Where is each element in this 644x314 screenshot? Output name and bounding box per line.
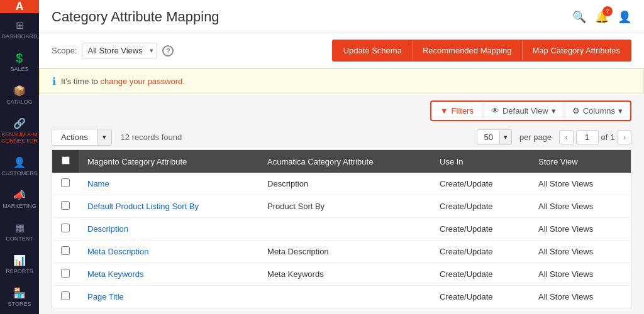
magento-attr-cell: Page Title: [79, 286, 258, 308]
scope-select[interactable]: All Store Views: [82, 43, 157, 58]
records-count: 12 records found: [121, 133, 182, 142]
page-nav: ‹ 1 of 1 ›: [559, 130, 631, 144]
row-checkbox-cell: [52, 218, 79, 241]
row-checkbox[interactable]: [61, 178, 70, 187]
next-page-button[interactable]: ›: [618, 130, 631, 144]
table-controls: Actions ▾ 12 records found 50 ▾ per page…: [39, 125, 644, 149]
magento-attr-link[interactable]: Description: [87, 224, 128, 234]
sidebar-item-content[interactable]: ▦ CONTENT: [0, 215, 39, 248]
marketing-icon: 📣: [13, 189, 26, 201]
search-icon[interactable]: 🔍: [572, 10, 586, 24]
acumatica-attr-cell: [258, 218, 431, 241]
th-use-in: Use In: [431, 150, 530, 173]
table-row: Name Description Create/Update All Store…: [52, 173, 631, 195]
row-checkbox[interactable]: [61, 269, 70, 278]
row-checkbox-cell: [52, 263, 79, 286]
store-view-cell: All Store Views: [530, 263, 631, 286]
sidebar-item-sales[interactable]: 💲 SALES: [0, 46, 39, 78]
recommended-mapping-button[interactable]: Recommended Mapping: [413, 41, 523, 60]
row-checkbox-cell: [52, 241, 79, 263]
actions-arrow[interactable]: ▾: [97, 129, 111, 145]
update-schema-button[interactable]: Update Schema: [333, 41, 413, 60]
row-checkbox-cell: [52, 173, 79, 195]
sidebar-item-stores[interactable]: 🏪 STORES: [0, 281, 39, 313]
current-page: 1: [576, 130, 599, 144]
row-checkbox[interactable]: [61, 224, 70, 232]
filters-button[interactable]: ▼ Filters: [433, 103, 481, 119]
help-icon[interactable]: ?: [162, 45, 174, 57]
default-view-button[interactable]: 👁 Default View ▾: [485, 103, 562, 119]
user-icon[interactable]: 👤: [618, 10, 631, 24]
actions-area: Actions ▾ 12 records found: [52, 129, 182, 146]
sidebar-item-catalog[interactable]: 📦 CATALOG: [0, 78, 39, 111]
sidebar-item-dashboard[interactable]: ⊞ DASHBOARD: [0, 13, 39, 46]
row-checkbox[interactable]: [61, 291, 70, 300]
row-checkbox[interactable]: [61, 201, 70, 210]
store-view-cell: All Store Views: [530, 173, 631, 195]
use-in-cell: Create/Update: [431, 173, 530, 195]
sidebar: A ⊞ DASHBOARD 💲 SALES 📦 CATALOG 🔗 KENSUM…: [0, 0, 39, 314]
magento-attr-link[interactable]: Default Product Listing Sort By: [87, 202, 199, 211]
table-row: Description Create/Update All Store View…: [52, 218, 631, 241]
scope-label: Scope:: [52, 46, 77, 55]
per-page-label: per page: [519, 133, 552, 142]
table-row: Default Product Listing Sort By Product …: [52, 195, 631, 218]
per-page-arrow[interactable]: ▾: [499, 131, 511, 144]
use-in-cell: Create/Update: [431, 218, 530, 241]
th-store-view: Store View: [530, 150, 631, 173]
sidebar-item-marketing[interactable]: 📣 MARKETING: [0, 183, 39, 215]
content-icon: ▦: [15, 222, 25, 234]
scope-dropdown[interactable]: All Store Views: [82, 43, 157, 58]
sales-icon: 💲: [13, 52, 26, 64]
acumatica-attr-cell: [258, 286, 431, 308]
change-password-link[interactable]: change your password.: [100, 77, 184, 86]
magento-attr-link[interactable]: Page Title: [87, 292, 124, 301]
main-content: Category Attribute Mapping 🔍 🔔 7 👤 Scope…: [39, 0, 644, 314]
stores-icon: 🏪: [13, 287, 26, 299]
columns-button[interactable]: ⚙ Columns ▾: [566, 103, 629, 119]
total-pages: 1: [610, 133, 614, 142]
select-all-checkbox[interactable]: [62, 156, 70, 165]
info-text: It's time to change your password.: [61, 77, 185, 86]
sidebar-item-label: CONTENT: [6, 236, 33, 242]
magento-attr-link[interactable]: Meta Keywords: [87, 269, 144, 279]
magento-attr-cell: Default Product Listing Sort By: [79, 195, 258, 218]
sidebar-item-label: KENSUM A-M CONNECTOR: [1, 131, 38, 144]
customers-icon: 👤: [13, 156, 26, 168]
eye-icon: 👁: [491, 106, 499, 116]
acumatica-attr-cell: Meta Description: [258, 241, 431, 263]
acumatica-attr-cell: Product Sort By: [258, 195, 431, 218]
store-view-cell: All Store Views: [530, 241, 631, 263]
filter-icon: ▼: [440, 106, 448, 116]
sidebar-item-reports[interactable]: 📊 REPORTS: [0, 248, 39, 281]
of-text: of: [601, 133, 608, 142]
magento-attr-cell: Name: [79, 173, 258, 195]
magento-attr-link[interactable]: Meta Description: [87, 247, 149, 256]
row-checkbox[interactable]: [61, 246, 70, 255]
prev-page-button[interactable]: ‹: [559, 130, 573, 144]
filter-bar: ▼ Filters 👁 Default View ▾ ⚙ Columns ▾: [39, 94, 644, 125]
reports-icon: 📊: [13, 254, 26, 266]
sidebar-item-kensum[interactable]: 🔗 KENSUM A-M CONNECTOR: [0, 111, 39, 150]
scope-area: Scope: All Store Views ?: [52, 43, 174, 58]
acumatica-attr-cell: Description: [258, 173, 431, 195]
columns-chevron-icon: ▾: [618, 106, 623, 116]
sidebar-item-label: STORES: [8, 301, 31, 307]
notification-icon[interactable]: 🔔 7: [595, 10, 609, 24]
connector-icon: 🔗: [13, 117, 26, 129]
row-checkbox-cell: [52, 286, 79, 308]
magento-attr-link[interactable]: Name: [87, 179, 109, 188]
sidebar-item-label: CATALOG: [6, 99, 33, 105]
map-category-attributes-button[interactable]: Map Category Attributes: [523, 41, 630, 60]
page-title: Category Attribute Mapping: [52, 9, 219, 25]
th-checkbox: [52, 150, 79, 173]
sidebar-item-label: SALES: [10, 66, 28, 72]
acumatica-attr-cell: Meta Keywords: [258, 263, 431, 286]
actions-dropdown: Actions ▾: [52, 129, 112, 146]
th-acumatica-attr: Acumatica Category Attribute: [258, 150, 431, 173]
use-in-cell: Create/Update: [431, 263, 530, 286]
per-page-select: 50 ▾: [477, 129, 511, 145]
sidebar-item-customers[interactable]: 👤 CUSTOMERS: [0, 150, 39, 183]
row-checkbox-cell: [52, 195, 79, 218]
action-buttons: Update Schema Recommended Mapping Map Ca…: [332, 40, 631, 62]
